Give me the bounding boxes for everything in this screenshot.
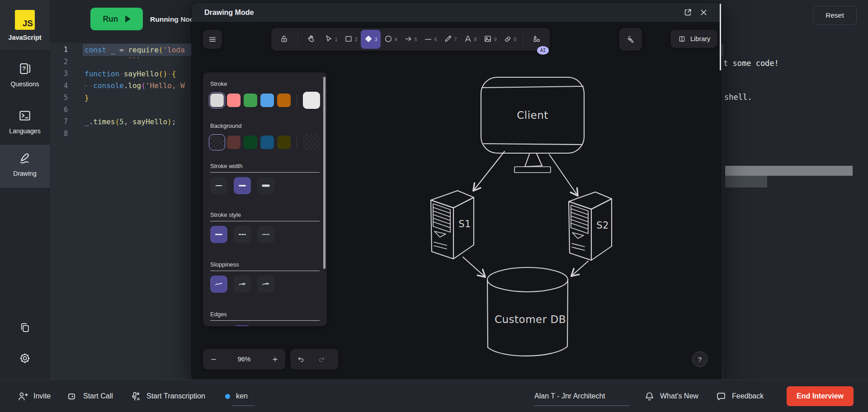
tool-eraser[interactable]: 0 [500,30,520,49]
start-call-button[interactable]: Start Call [67,380,113,412]
tool-rectangle[interactable]: 2 [341,30,361,49]
selection-icon [324,34,333,45]
tool-ellipse[interactable]: 4 [381,30,401,49]
stroke-row-swatch[interactable] [277,94,291,107]
stroke-row-swatch[interactable] [210,94,224,107]
settings-button[interactable] [19,352,31,365]
tool-image[interactable]: 9 [480,30,500,49]
client-monitor-shape[interactable]: Client [481,77,584,173]
tool-hand[interactable] [301,30,321,49]
width-row-option-3[interactable] [257,177,274,194]
slop-row-option-3[interactable] [257,276,274,293]
start-transcription-button[interactable]: A Start Transcription [130,380,205,412]
start-call-label: Start Call [83,392,113,400]
undo-icon [297,356,305,363]
style-row-option-3[interactable] [257,226,274,243]
presence-dot-icon [225,394,230,399]
run-status: Running Nod [150,15,194,23]
right-panel-scrollbar[interactable] [720,4,721,70]
start-transcription-label: Start Transcription [146,392,205,400]
participant-name[interactable]: Alan T - Jnr Architecht [534,380,605,412]
sidebar-item-questions[interactable]: ? Questions [0,61,50,88]
open-in-new-window-button[interactable] [683,8,693,18]
copy-button[interactable] [19,321,31,334]
tool-selection[interactable]: 1 [321,30,341,49]
tool-shortcut: 8 [474,37,476,42]
zoom-level[interactable]: 96% [224,356,264,363]
slop-row-option-1[interactable] [210,276,227,293]
bg-row-swatch[interactable] [210,136,224,149]
book-icon [678,35,686,43]
sidebar-item-javascript[interactable]: JS JavaScript [0,0,50,51]
background-section-label: Background [210,122,320,129]
bg-row-swatch[interactable] [244,136,257,149]
style-row-option-1[interactable] [210,226,227,243]
stroke-row-swatch[interactable] [244,94,257,107]
reset-button[interactable]: Reset [813,6,857,25]
invite-button[interactable]: Invite [17,380,51,412]
tool-text[interactable]: 8 [460,30,480,49]
sloppiness-options [210,276,320,293]
swatch-divider [297,136,297,148]
sidebar-item-drawing[interactable]: Drawing [0,151,50,177]
tool-shapes[interactable]: AI [527,30,547,49]
sloppiness-label: Sloppiness [210,261,320,271]
tool-lock[interactable] [274,30,294,49]
copy-icon [19,321,31,334]
tool-draw[interactable]: 7 [440,30,460,49]
whats-new-button[interactable]: What's New [644,380,698,412]
stroke-row-swatch[interactable] [227,94,241,107]
chat-icon [716,391,727,402]
help-button[interactable]: ? [692,351,708,367]
indent-guide [85,81,85,90]
diamond-icon [364,34,373,45]
tool-diamond[interactable]: 3 [361,30,381,49]
slop-row-option-2[interactable] [234,276,251,293]
panel-scrollbar[interactable] [323,77,326,269]
library-button[interactable]: Library [670,30,717,48]
redo-icon [318,356,326,363]
bg-row-swatch[interactable] [277,136,291,149]
bg-row-current-color[interactable] [303,134,320,151]
line-number: 5 [50,94,68,102]
tool-shortcut: 6 [434,37,437,42]
sidebar-item-languages[interactable]: Languages [0,108,50,135]
feedback-button[interactable]: Feedback [716,380,764,412]
zoom-in-button[interactable] [264,349,285,370]
redo-button[interactable] [311,349,332,370]
laser-pointer-button[interactable] [619,28,642,51]
undo-button[interactable] [290,349,311,370]
width-row-option-2[interactable] [234,177,251,194]
line-number: 7 [50,117,68,126]
tool-shortcut: 1 [335,37,337,42]
ai-badge: AI [537,46,549,55]
style-row-option-2[interactable] [234,226,251,243]
sidebar-item-label: Drawing [13,170,36,177]
width-row-option-1[interactable] [210,177,227,194]
zoom-out-button[interactable] [203,349,224,370]
stroke-row-current-color[interactable] [303,92,320,109]
tool-line[interactable]: 6 [420,30,440,49]
tool-shortcut: 4 [394,37,397,42]
stroke-style-label: Stroke style [210,211,320,221]
close-modal-button[interactable] [698,8,708,18]
participant-underline [533,405,629,406]
run-button[interactable]: Run [90,8,143,30]
edges-row-option-1[interactable] [210,325,227,326]
sidebar-item-label: Languages [9,127,40,135]
stroke-section-label: Stroke [210,80,320,87]
line-number: 3 [50,70,68,78]
menu-button[interactable] [203,30,222,49]
s1-label: S1 [458,219,471,229]
line-number: 2 [50,58,68,66]
external-link-icon [683,8,693,17]
edges-row-option-2[interactable] [234,325,251,326]
stroke-row-swatch[interactable] [260,94,274,107]
tool-arrow[interactable]: 5 [401,30,420,49]
bg-row-swatch[interactable] [260,136,274,149]
end-interview-button[interactable]: End Interview [787,386,854,406]
sidebar-item-label: Questions [10,80,39,88]
close-icon [699,8,708,17]
bg-row-swatch[interactable] [227,136,241,149]
database-cylinder-shape[interactable]: Customer DB [487,267,568,356]
